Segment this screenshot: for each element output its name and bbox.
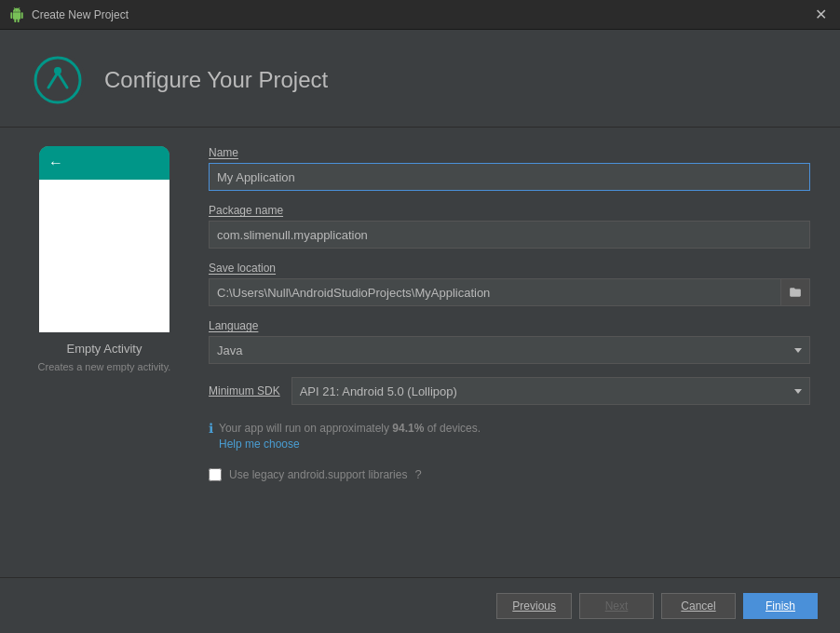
page-title: Configure Your Project	[104, 67, 328, 93]
location-input[interactable]	[209, 278, 781, 306]
legacy-checkbox[interactable]	[209, 468, 222, 481]
preview-panel: ← Empty Activity Creates a new empty act…	[30, 146, 179, 563]
package-group: Package name	[209, 204, 810, 249]
close-button[interactable]: ✕	[811, 6, 831, 24]
location-group: Save location	[209, 262, 810, 306]
title-bar-text: Create New Project	[32, 8, 129, 21]
cancel-button[interactable]: Cancel	[661, 593, 736, 619]
package-input[interactable]	[209, 221, 810, 249]
legacy-checkbox-row: Use legacy android.support libraries ?	[209, 467, 810, 481]
title-bar-left: Create New Project	[9, 7, 129, 22]
name-input[interactable]	[209, 163, 810, 191]
location-input-row	[209, 278, 810, 306]
activity-label: Empty Activity	[67, 342, 142, 356]
minsdk-select[interactable]: API 21: Android 5.0 (Lollipop) API 22: A…	[291, 377, 810, 405]
footer: Previous Next Cancel Finish	[0, 577, 840, 633]
next-button[interactable]: Next	[579, 593, 654, 619]
sdk-row: Minimum SDK API 21: Android 5.0 (Lollipo…	[209, 377, 810, 405]
language-group: Language Java Kotlin	[209, 319, 810, 364]
name-group: Name	[209, 146, 810, 191]
form-panel: Name Package name Save location Language	[209, 146, 810, 563]
header-logo	[30, 52, 86, 108]
main-content: ← Empty Activity Creates a new empty act…	[0, 128, 840, 582]
minsdk-label: Minimum SDK	[209, 384, 280, 397]
activity-description: Creates a new empty activity.	[38, 361, 171, 372]
help-link[interactable]: Help me choose	[219, 438, 300, 451]
title-bar: Create New Project ✕	[0, 0, 840, 30]
language-select[interactable]: Java Kotlin	[209, 336, 810, 364]
svg-point-0	[30, 52, 86, 108]
header: Configure Your Project	[0, 30, 840, 128]
back-arrow-icon: ←	[48, 155, 63, 171]
info-box: ℹ Your app will run on approximately 94.…	[209, 420, 810, 451]
language-label: Language	[209, 319, 810, 332]
finish-button[interactable]: Finish	[743, 593, 818, 619]
info-text-suffix: of devices.	[424, 422, 481, 435]
phone-toolbar: ←	[39, 146, 169, 180]
phone-body	[39, 180, 169, 332]
previous-button[interactable]: Previous	[496, 593, 572, 619]
name-label: Name	[209, 146, 810, 159]
location-label: Save location	[209, 262, 810, 275]
folder-icon	[789, 286, 802, 299]
folder-button[interactable]	[781, 278, 810, 306]
svg-point-2	[54, 67, 61, 74]
info-icon: ℹ	[209, 421, 213, 436]
android-icon	[9, 7, 24, 22]
package-label: Package name	[209, 204, 810, 217]
info-text-prefix: Your app will run on approximately	[219, 422, 392, 435]
info-percent: 94.1%	[392, 422, 424, 435]
legacy-help-icon[interactable]: ?	[414, 467, 421, 481]
phone-preview: ←	[39, 146, 169, 332]
legacy-label: Use legacy android.support libraries	[229, 468, 407, 481]
info-text-block: Your app will run on approximately 94.1%…	[219, 420, 481, 451]
